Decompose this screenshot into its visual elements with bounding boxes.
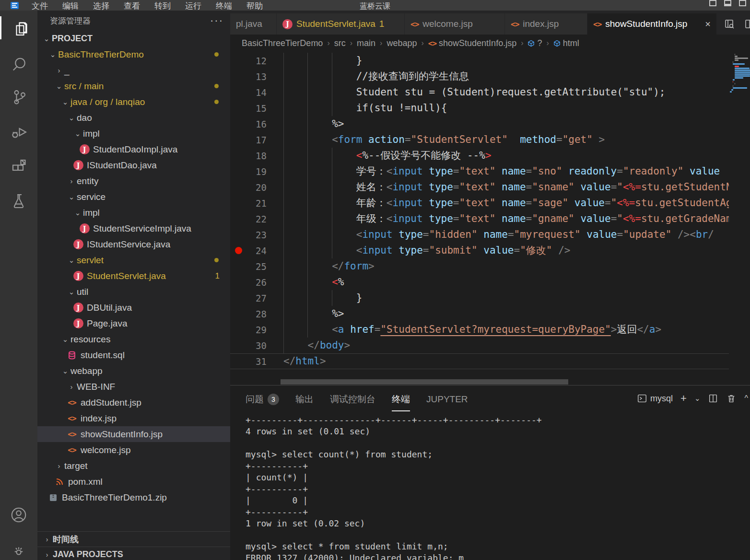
gutter[interactable]: 24 — [230, 243, 283, 258]
tree-item-studentserviceimpl.java[interactable]: JStudentServiceImpl.java — [37, 221, 230, 236]
tree-folder-web-inf[interactable]: ›WEB-INF — [37, 379, 230, 395]
terminal-selector[interactable]: mysql — [637, 393, 673, 404]
gutter[interactable]: 17 — [230, 132, 283, 148]
code-line-29[interactable]: 29 <a href="StudentServlet?myrequest=que… — [230, 322, 729, 338]
tree-item-pom.xml[interactable]: pom.xml — [37, 474, 230, 490]
tree-folder-resources[interactable]: ⌄resources — [37, 331, 230, 347]
tree-folder-srcmain[interactable]: ⌄src / main — [37, 78, 230, 94]
panel-tab-调试控制台[interactable]: 调试控制台 — [330, 385, 375, 411]
code-line-12[interactable]: 12 } — [230, 53, 729, 69]
tab-studentservlet.java[interactable]: JStudentServlet.java1 — [277, 13, 405, 35]
code-line-26[interactable]: 26 <% — [230, 274, 729, 290]
activitybar-settings[interactable] — [0, 532, 37, 560]
code-line-17[interactable]: 17 <form action="StudentServlet" method=… — [230, 132, 729, 148]
menu-文件[interactable]: 文件 — [24, 0, 55, 11]
tree-folder-dao[interactable]: ⌄dao — [37, 110, 230, 126]
menu-终端[interactable]: 终端 — [209, 0, 239, 11]
menu-运行[interactable]: 运行 — [178, 0, 209, 11]
panel-tab-问题[interactable]: 问题3 — [246, 385, 279, 411]
timeline-section[interactable]: › 时间线 — [37, 531, 230, 547]
breadcrumb-item[interactable]: ? — [527, 38, 542, 48]
tree-folder-service[interactable]: ⌄service — [37, 189, 230, 205]
tree-item-studentservlet.java[interactable]: JStudentServlet.java1 — [37, 268, 230, 284]
minimize-icon[interactable] — [709, 0, 716, 6]
activitybar-account[interactable] — [0, 498, 37, 532]
tree-folder-servlet[interactable]: ⌄servlet — [37, 252, 230, 268]
breadcrumb-item[interactable]: src — [334, 38, 346, 48]
gutter[interactable]: 21 — [230, 195, 283, 211]
gutter[interactable]: 23 — [230, 227, 283, 243]
terminal-output[interactable]: +---------+--------------+------+-----+-… — [230, 411, 750, 560]
close-window-icon[interactable] — [739, 0, 746, 6]
gutter[interactable]: 19 — [230, 163, 283, 179]
gutter[interactable]: 22 — [230, 211, 283, 227]
code-line-30[interactable]: 30 </body> — [230, 338, 729, 353]
code-line-23[interactable]: 23 <input type="hidden" name="myrequest"… — [230, 227, 729, 243]
more-actions-icon[interactable]: ··· — [210, 14, 223, 27]
tree-item-index.jsp[interactable]: <>index.jsp — [37, 410, 230, 426]
gutter[interactable]: 27 — [230, 290, 283, 306]
tree-folder-impl[interactable]: ⌄impl — [37, 126, 230, 141]
code-line-16[interactable]: 16 %> — [230, 116, 729, 132]
activitybar-run-and-debug[interactable] — [0, 114, 37, 149]
tree-folder-javaorglanqiao[interactable]: ⌄java / org / lanqiao — [37, 94, 230, 110]
code-editor[interactable]: 12 }13 //接收查询到的学生信息14 Student stu = (Stu… — [230, 52, 750, 379]
tree-item-student.sql[interactable]: student.sql — [37, 347, 230, 363]
tab-welcome.jsp[interactable]: <>welcome.jsp — [405, 13, 505, 35]
breadcrumb-item[interactable]: BasicThreeTierDemo — [242, 38, 323, 48]
panel-tab-JUPYTER[interactable]: JUPYTER — [426, 385, 468, 411]
close-tab-icon[interactable]: × — [700, 19, 711, 30]
menu-帮助[interactable]: 帮助 — [239, 0, 270, 11]
tree-item-dbutil.java[interactable]: JDBUtil.java — [37, 300, 230, 315]
editor-search-icon[interactable] — [724, 18, 735, 30]
code-line-14[interactable]: 14 Student stu = (Student)request.getAtt… — [230, 84, 729, 100]
scrollbar-thumb[interactable] — [281, 379, 568, 385]
tree-item-studentdaoimpl.java[interactable]: JStudentDaoImpl.java — [37, 141, 230, 157]
tree-item-istudentdao.java[interactable]: JIStudentDao.java — [37, 157, 230, 173]
code-line-27[interactable]: 27 } — [230, 290, 729, 306]
tab-index.jsp[interactable]: <>index.jsp — [505, 13, 587, 35]
maximize-icon[interactable] — [724, 0, 731, 6]
menu-选择[interactable]: 选择 — [86, 0, 117, 11]
gutter[interactable]: 28 — [230, 306, 283, 322]
menu-编辑[interactable]: 编辑 — [55, 0, 86, 11]
tab-pl.java[interactable]: pl.java — [230, 13, 277, 35]
gutter[interactable]: 14 — [230, 84, 283, 100]
tree-item-basicthreetierdemo1.zip[interactable]: BasicThreeTierDemo1.zip — [37, 490, 230, 505]
gutter[interactable]: 15 — [230, 100, 283, 116]
tree-folder-impl[interactable]: ⌄impl — [37, 205, 230, 221]
gutter[interactable]: 31 — [230, 353, 283, 369]
activitybar-extensions[interactable] — [0, 149, 37, 183]
code-line-20[interactable]: 20 姓名：<input type="text" name="sname" va… — [230, 179, 729, 195]
tree-folder-entity[interactable]: ›entity — [37, 173, 230, 189]
activitybar-explorer[interactable] — [0, 11, 37, 45]
gutter[interactable]: 18 — [230, 148, 283, 163]
code-line-25[interactable]: 25 </form> — [230, 258, 729, 274]
gutter[interactable]: 16 — [230, 116, 283, 132]
minimap[interactable] — [730, 54, 749, 93]
gutter[interactable]: 26 — [230, 274, 283, 290]
breadcrumb-item[interactable]: webapp — [387, 38, 417, 48]
chevron-down-icon[interactable]: ⌄ — [694, 394, 701, 403]
java-projects-section[interactable]: › JAVA PROJECTS — [37, 547, 230, 560]
tree-folder-target[interactable]: ›target — [37, 458, 230, 474]
code-line-18[interactable]: 18 <%--假设学号不能修改 --%> — [230, 148, 729, 163]
panel-tab-终端[interactable]: 终端 — [392, 385, 410, 411]
breadcrumb-item[interactable]: <>showStudentInfo.jsp — [428, 38, 516, 48]
code-line-31[interactable]: 31</html> — [230, 353, 729, 369]
activitybar-testing[interactable] — [0, 183, 37, 218]
gutter[interactable]: 12 — [230, 53, 283, 69]
gutter[interactable]: 29 — [230, 322, 283, 338]
gutter[interactable]: 20 — [230, 179, 283, 195]
tree-item-istudentservice.java[interactable]: JIStudentService.java — [37, 236, 230, 252]
split-terminal-icon[interactable] — [708, 393, 718, 404]
code-line-21[interactable]: 21 年龄：<input type="text" name="sage" val… — [230, 195, 729, 211]
tree-item-addstudent.jsp[interactable]: <>addStudent.jsp — [37, 395, 230, 410]
panel-tab-输出[interactable]: 输出 — [295, 385, 314, 411]
tree-item-welcome.jsp[interactable]: <>welcome.jsp — [37, 442, 230, 458]
breadcrumb-item[interactable]: html — [553, 38, 579, 48]
activitybar-source-control[interactable] — [0, 80, 37, 114]
activitybar-search[interactable] — [0, 45, 37, 80]
menu-转到[interactable]: 转到 — [147, 0, 178, 11]
tab-showstudentinfo.jsp[interactable]: <>showStudentInfo.jsp× — [587, 13, 717, 35]
